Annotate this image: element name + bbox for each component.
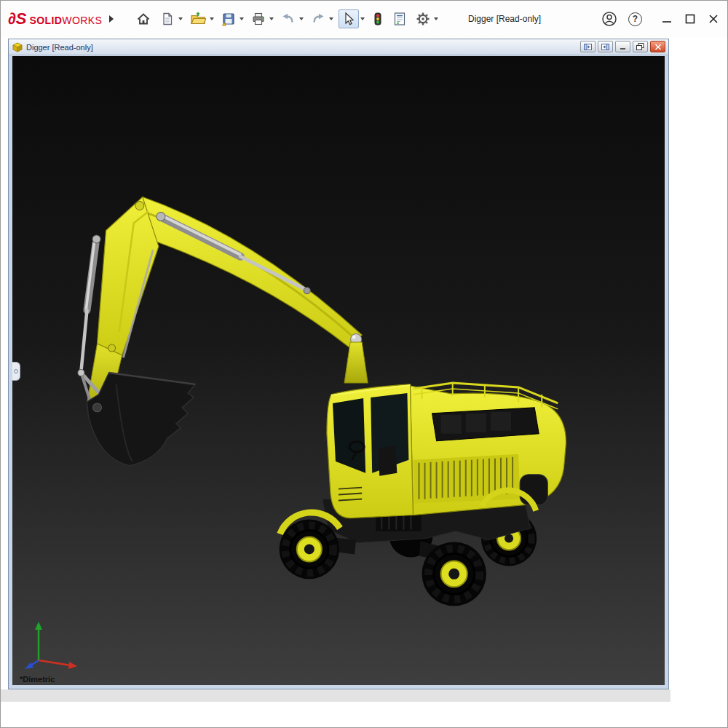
design-report-button[interactable] bbox=[391, 9, 408, 28]
undo-dropdown-arrow[interactable] bbox=[299, 17, 304, 20]
view-orientation-label: *Dimetric bbox=[20, 675, 55, 684]
open-dropdown-arrow[interactable] bbox=[210, 17, 214, 20]
part-document-icon[interactable] bbox=[12, 42, 23, 52]
new-document-dropdown-arrow[interactable] bbox=[178, 17, 183, 20]
minimize-icon bbox=[662, 14, 672, 24]
tool-select bbox=[339, 9, 365, 28]
undo-icon bbox=[281, 12, 296, 26]
bucket bbox=[87, 373, 195, 466]
solidworks-app-window: ∂S SOLID WORKS bbox=[0, 0, 728, 728]
logo-solid-text: SOLID bbox=[30, 15, 63, 26]
z-axis-arrow bbox=[25, 660, 39, 669]
maximize-button[interactable] bbox=[685, 14, 695, 24]
toolbar-overflow-chevron[interactable] bbox=[109, 15, 114, 23]
print-dropdown-arrow[interactable] bbox=[269, 17, 274, 20]
select-cursor-icon bbox=[342, 12, 355, 26]
select-tool-button[interactable] bbox=[339, 9, 359, 28]
doc-minimize-icon bbox=[620, 44, 627, 50]
account-button[interactable] bbox=[601, 11, 617, 27]
document-titlebar[interactable]: Digger [Read-only] bbox=[9, 39, 668, 55]
redo-dropdown-arrow[interactable] bbox=[329, 17, 333, 20]
tool-options bbox=[414, 9, 438, 28]
print-button[interactable] bbox=[249, 9, 268, 28]
save-icon bbox=[221, 12, 236, 26]
featuremanager-tab-dot bbox=[14, 369, 18, 373]
doc-minimize-button[interactable] bbox=[615, 41, 630, 52]
graphics-area[interactable]: *Dimetric bbox=[12, 56, 665, 685]
save-dropdown-arrow[interactable] bbox=[240, 17, 244, 20]
orientation-triad[interactable] bbox=[18, 615, 91, 673]
selection-filters-button[interactable] bbox=[370, 9, 386, 28]
status-strip bbox=[1, 689, 670, 702]
home-button[interactable] bbox=[134, 9, 153, 28]
doc-restore-button[interactable] bbox=[633, 41, 648, 52]
select-dropdown-arrow[interactable] bbox=[360, 17, 365, 20]
tile-left-button[interactable] bbox=[580, 41, 596, 52]
solidworks-logo: ∂S SOLID WORKS bbox=[8, 9, 102, 28]
tile-left-icon bbox=[584, 44, 592, 50]
digger-model[interactable] bbox=[12, 56, 665, 685]
maximize-icon bbox=[685, 14, 695, 24]
options-dropdown-arrow[interactable] bbox=[434, 17, 438, 20]
window-controls: ? bbox=[601, 11, 720, 27]
tile-right-icon bbox=[601, 44, 609, 50]
help-button[interactable]: ? bbox=[628, 12, 642, 26]
app-title: Digger [Read-only] bbox=[468, 14, 541, 24]
tool-redo bbox=[309, 9, 333, 28]
tool-home bbox=[134, 9, 153, 28]
doc-close-button[interactable] bbox=[650, 41, 665, 52]
undo-button[interactable] bbox=[279, 9, 298, 28]
tool-selection-filters bbox=[370, 9, 386, 28]
app-window-buttons bbox=[662, 14, 719, 24]
top-toolbar: ∂S SOLID WORKS bbox=[1, 1, 727, 37]
minimize-button[interactable] bbox=[662, 14, 672, 24]
logo-works-text: WORKS bbox=[62, 15, 102, 26]
quick-access-toolbar bbox=[134, 9, 443, 28]
new-document-button[interactable] bbox=[158, 9, 177, 28]
report-document-icon bbox=[393, 12, 406, 26]
featuremanager-collapsed-tab[interactable] bbox=[12, 362, 20, 381]
cab bbox=[327, 384, 414, 518]
doc-restore-icon bbox=[636, 43, 644, 50]
document-window-buttons bbox=[580, 41, 665, 52]
x-axis-arrow bbox=[39, 660, 77, 669]
open-folder-icon bbox=[190, 12, 206, 26]
new-document-icon bbox=[160, 12, 175, 26]
traffic-light-icon bbox=[372, 12, 384, 26]
close-icon bbox=[708, 14, 719, 24]
tool-print bbox=[249, 9, 274, 28]
redo-button[interactable] bbox=[309, 9, 328, 28]
tool-undo bbox=[279, 9, 304, 28]
document-title: Digger [Read-only] bbox=[26, 43, 93, 52]
tool-open bbox=[188, 9, 214, 28]
gear-icon bbox=[416, 12, 430, 26]
y-axis-arrow bbox=[35, 622, 42, 660]
home-icon bbox=[136, 12, 151, 26]
save-button[interactable] bbox=[219, 9, 238, 28]
help-glyph: ? bbox=[633, 14, 638, 24]
close-button[interactable] bbox=[708, 14, 719, 24]
upper-body bbox=[410, 383, 566, 515]
print-icon bbox=[251, 12, 266, 26]
options-button[interactable] bbox=[414, 9, 432, 28]
help-icon: ? bbox=[628, 12, 642, 26]
tool-save bbox=[219, 9, 244, 28]
3ds-logo-mark: ∂S bbox=[8, 9, 27, 28]
user-account-icon bbox=[601, 11, 617, 27]
tool-design-report bbox=[391, 9, 408, 28]
tool-new-document bbox=[158, 9, 183, 28]
redo-icon bbox=[311, 12, 325, 26]
tile-right-button[interactable] bbox=[598, 41, 613, 52]
open-button[interactable] bbox=[188, 9, 208, 28]
doc-close-icon bbox=[654, 44, 662, 50]
document-window: Digger [Read-only] bbox=[8, 39, 669, 689]
